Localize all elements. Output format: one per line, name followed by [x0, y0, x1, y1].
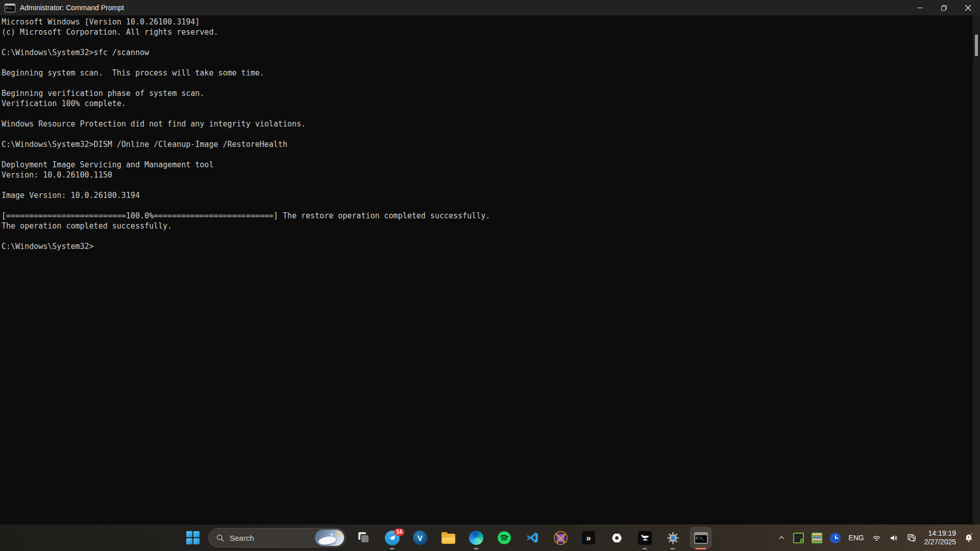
system-tray: ENG 14:19:19 [777, 524, 980, 551]
terminal-line [2, 58, 973, 68]
notification-badge: 14 [394, 529, 404, 536]
app-file-explorer[interactable] [436, 524, 460, 551]
vscode-icon [526, 531, 539, 544]
taskbar-center-group: Search 14 V [182, 524, 713, 551]
hidden-icons-button[interactable] [777, 534, 786, 542]
running-indicator [390, 548, 395, 549]
terminal-line: C:\Windows\System32> [2, 241, 973, 252]
spotify-icon [497, 531, 511, 545]
search-input[interactable]: Search [208, 528, 346, 547]
tray-app-stripes-button[interactable] [812, 533, 822, 543]
terminal-line: Version: 10.0.26100.1150 [2, 170, 973, 180]
terminal-line [2, 149, 973, 160]
file-explorer-icon [442, 534, 455, 544]
paper-plane-icon [388, 534, 396, 542]
game-emblem-icon [554, 531, 568, 545]
blue-clock-icon [830, 533, 841, 543]
running-indicator [671, 548, 675, 549]
app-telegram[interactable]: 14 [380, 524, 404, 551]
volume-button[interactable] [889, 533, 899, 543]
edge-icon [469, 531, 483, 545]
app-settings[interactable] [661, 524, 684, 551]
search-placeholder: Search [230, 534, 254, 542]
active-running-indicator [695, 548, 706, 549]
terminal-line: Image Version: 10.0.26100.3194 [2, 190, 973, 201]
language-indicator[interactable]: ENG [848, 534, 864, 542]
gear-icon [666, 531, 680, 545]
clock-widget[interactable]: 14:19:19 2/27/2025 [924, 529, 956, 546]
running-indicator [643, 548, 647, 549]
task-view-icon [358, 532, 370, 544]
chevron-double-right-icon [582, 531, 595, 544]
close-button[interactable] [956, 0, 980, 15]
restore-icon [941, 5, 947, 11]
terminal-line [2, 109, 973, 119]
terminal-output[interactable]: Microsoft Windows [Version 10.0.26100.31… [0, 15, 973, 524]
tray-app-clock-button[interactable] [830, 533, 841, 543]
app-vscode[interactable] [521, 524, 544, 551]
app-edge[interactable] [464, 524, 488, 551]
tray-app-a-button[interactable] [793, 533, 804, 543]
minimize-button[interactable] [908, 0, 932, 15]
start-button[interactable] [182, 524, 204, 551]
restore-button[interactable] [932, 0, 956, 15]
terminal-line [2, 37, 973, 47]
terminal-line [2, 201, 973, 211]
chatgpt-icon [610, 531, 624, 545]
windows-logo-icon [186, 531, 200, 544]
search-highlight-image [315, 530, 344, 546]
backup-sync-button[interactable] [906, 533, 917, 543]
pinned-apps: 14 V [352, 524, 713, 551]
chevron-up-icon [777, 534, 786, 542]
tray-time: 14:19:19 [924, 529, 956, 538]
bell-snooze-icon: z z [964, 532, 974, 543]
scrollbar-thumb[interactable] [975, 35, 978, 56]
terminal-line: The operation completed successfully. [2, 221, 973, 231]
wifi-button[interactable] [872, 533, 881, 543]
backup-sync-icon [906, 533, 917, 543]
terminal-line [2, 231, 973, 241]
app-chatgpt[interactable] [605, 524, 628, 551]
terminal-line [2, 129, 973, 139]
anvil-icon [638, 531, 652, 545]
spreadsheet-a-icon [793, 533, 804, 543]
terminal-line: C:\Windows\System32>sfc /scannow [2, 47, 973, 58]
terminal-line: Beginning verification phase of system s… [2, 88, 973, 98]
svg-text:z: z [971, 533, 972, 536]
terminal-line: (c) Microsoft Corporation. All rights re… [2, 27, 973, 37]
window-title: Administrator: Command Prompt [20, 4, 124, 12]
terminal-scrollbar[interactable] [973, 15, 980, 524]
command-prompt-icon [694, 532, 708, 544]
notification-center-button[interactable]: z z [964, 532, 974, 543]
cmd-window-icon [5, 4, 15, 12]
telegram-icon: 14 [385, 531, 400, 545]
minimize-icon [917, 8, 923, 8]
terminal-line: [==========================100.0%=======… [2, 211, 973, 221]
terminal-line: Microsoft Windows [Version 10.0.26100.31… [2, 17, 973, 27]
app-command-prompt-active[interactable] [689, 524, 713, 551]
terminal-line: Beginning system scan. This process will… [2, 68, 973, 78]
v-app-icon: V [413, 531, 427, 545]
colored-rows-icon [812, 533, 822, 543]
app-spotify[interactable] [493, 524, 516, 551]
app-game-launcher[interactable] [549, 524, 572, 551]
terminal-line [2, 180, 973, 190]
terminal-line: Windows Resource Protection did not find… [2, 119, 973, 129]
wifi-icon [872, 533, 881, 543]
running-indicator [474, 548, 479, 549]
task-view-button[interactable] [352, 524, 376, 551]
terminal-line: Verification 100% complete. [2, 98, 973, 109]
app-v[interactable]: V [408, 524, 432, 551]
taskbar: Search 14 V [0, 524, 980, 551]
title-bar[interactable]: Administrator: Command Prompt [0, 0, 980, 15]
overflow-button[interactable] [577, 524, 600, 551]
search-icon [216, 534, 225, 542]
terminal-line: Deployment Image Servicing and Managemen… [2, 160, 973, 170]
window-controls [908, 0, 980, 15]
terminal-line [2, 78, 973, 88]
close-icon [965, 5, 971, 11]
terminal-line: C:\Windows\System32>DISM /Online /Cleanu… [2, 139, 973, 149]
speaker-icon [889, 533, 899, 543]
app-anvil-tool[interactable] [633, 524, 656, 551]
tray-date: 2/27/2025 [924, 538, 956, 546]
